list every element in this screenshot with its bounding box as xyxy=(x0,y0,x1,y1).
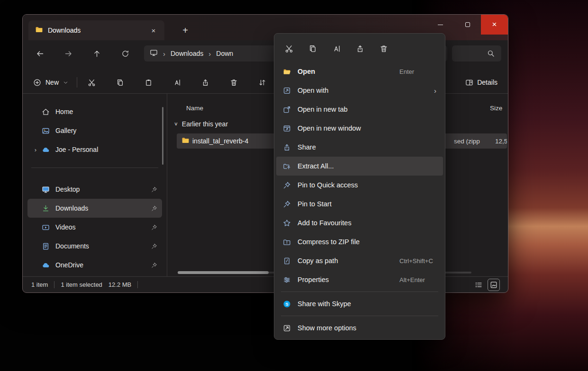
cut-icon xyxy=(88,79,96,87)
sort-button[interactable] xyxy=(253,74,271,91)
delete-button[interactable] xyxy=(224,74,243,91)
thumbnail-view-button[interactable] xyxy=(488,279,499,291)
menu-item-label: Open with xyxy=(298,87,328,94)
forward-button[interactable] xyxy=(59,45,78,62)
menu-item-compress-to-zip[interactable]: Compress to ZIP file xyxy=(276,232,443,251)
menu-item-label: Open xyxy=(298,68,315,75)
menu-item-add-to-favourites[interactable]: Add to Favourites xyxy=(276,213,443,232)
plus-circle-icon xyxy=(33,79,41,87)
menu-item-show-more-options[interactable]: Show more options xyxy=(276,318,443,337)
breadcrumb-segment-downloads[interactable]: Downloads xyxy=(171,50,203,57)
submenu-chevron-icon: › xyxy=(434,87,436,95)
refresh-icon xyxy=(121,50,129,58)
menu-item-extract-all[interactable]: Extract All... xyxy=(276,157,443,176)
desktop-icon xyxy=(41,186,50,194)
scrollbar-thumb[interactable] xyxy=(178,271,269,274)
sidebar-scrollbar[interactable] xyxy=(162,107,163,165)
menu-item-label: Compress to ZIP file xyxy=(298,238,360,246)
sidebar-item-videos[interactable]: Videos xyxy=(27,218,162,237)
view-details-button[interactable]: Details xyxy=(462,74,500,91)
share-button[interactable] xyxy=(196,74,215,91)
menu-item-label: Open in new window xyxy=(298,124,361,132)
menu-item-share-with-skype[interactable]: S Share with Skype xyxy=(276,294,443,313)
toolbar-divider xyxy=(77,77,77,88)
status-divider xyxy=(54,281,54,288)
cloud-icon xyxy=(41,146,50,154)
menu-separator xyxy=(281,292,438,292)
menu-item-shortcut: Enter xyxy=(399,68,414,75)
sort-icon xyxy=(258,79,266,87)
sidebar-item-gallery[interactable]: Gallery xyxy=(27,121,162,140)
rename-button[interactable] xyxy=(325,39,348,58)
extract-icon xyxy=(282,162,291,170)
column-header-size[interactable]: Size xyxy=(490,105,502,112)
menu-item-properties[interactable]: Properties Alt+Enter xyxy=(276,270,443,289)
sidebar-item-onedrive-personal[interactable]: › Joe - Personal xyxy=(27,140,162,159)
status-divider xyxy=(137,281,138,288)
paste-icon xyxy=(145,79,153,87)
trash-icon xyxy=(230,79,238,87)
menu-item-label: Copy as path xyxy=(298,257,338,265)
share-button[interactable] xyxy=(348,39,372,58)
copy-button[interactable] xyxy=(110,74,129,91)
view-details-label: Details xyxy=(477,79,498,86)
group-label: Earlier this year xyxy=(182,120,228,128)
tab-downloads[interactable]: Downloads × xyxy=(28,20,164,40)
menu-separator xyxy=(281,316,438,316)
rename-button[interactable] xyxy=(167,74,186,91)
details-view-icon xyxy=(475,281,482,289)
thumbnail-view-icon xyxy=(490,281,498,289)
copy-button[interactable] xyxy=(301,39,325,58)
cut-icon xyxy=(285,44,293,53)
menu-item-label: Share xyxy=(298,143,316,151)
sidebar-item-downloads[interactable]: Downloads xyxy=(27,199,162,218)
sidebar-item-onedrive[interactable]: OneDrive xyxy=(27,256,162,274)
maximize-button[interactable] xyxy=(454,15,481,35)
sidebar-item-label: Desktop xyxy=(55,186,80,193)
documents-icon xyxy=(41,242,50,250)
new-button[interactable]: New xyxy=(30,74,71,91)
menu-item-copy-as-path[interactable]: Copy as path Ctrl+Shift+C xyxy=(276,251,443,270)
cut-button[interactable] xyxy=(82,74,101,91)
minimize-button[interactable] xyxy=(427,15,454,35)
menu-item-label: Pin to Quick access xyxy=(298,181,358,189)
details-pane-icon xyxy=(465,79,473,87)
pin-icon xyxy=(151,262,157,268)
sidebar-item-home[interactable]: Home xyxy=(27,102,162,121)
close-button[interactable]: × xyxy=(481,15,508,35)
delete-button[interactable] xyxy=(372,39,396,58)
paste-button[interactable] xyxy=(139,74,158,91)
menu-item-share[interactable]: Share xyxy=(276,138,443,157)
folder-open-icon xyxy=(282,68,291,76)
refresh-button[interactable] xyxy=(116,45,135,62)
menu-item-pin-to-start[interactable]: Pin to Start xyxy=(276,194,443,213)
collapse-chevron-icon[interactable]: ∨ xyxy=(174,121,178,127)
menu-item-label: Properties xyxy=(298,276,329,283)
file-size-partial: 12,5 xyxy=(495,138,507,145)
folder-icon xyxy=(35,26,43,35)
new-button-label: New xyxy=(45,79,59,86)
sidebar-item-documents[interactable]: Documents xyxy=(27,237,162,256)
sidebar-item-label: Videos xyxy=(55,223,76,231)
menu-item-pin-to-quick-access[interactable]: Pin to Quick access xyxy=(276,176,443,194)
sidebar-item-desktop[interactable]: Desktop xyxy=(27,180,162,199)
pin-icon xyxy=(151,243,157,249)
search-box[interactable] xyxy=(452,45,501,62)
up-button[interactable] xyxy=(87,45,106,62)
tab-close-icon[interactable]: × xyxy=(147,24,160,36)
cut-button[interactable] xyxy=(277,39,301,58)
breadcrumb-separator-icon: › xyxy=(207,50,212,58)
sidebar-item-label: Joe - Personal xyxy=(55,146,98,153)
new-tab-button[interactable]: + xyxy=(178,23,192,37)
expand-chevron-icon[interactable]: › xyxy=(30,146,41,153)
menu-item-open[interactable]: Open Enter xyxy=(276,62,443,81)
sidebar-separator xyxy=(31,168,158,168)
chevron-down-icon xyxy=(63,80,68,85)
menu-item-open-with[interactable]: Open with › xyxy=(276,81,443,100)
breadcrumb-segment-truncated[interactable]: Down xyxy=(216,50,233,57)
menu-item-open-in-new-tab[interactable]: Open in new tab xyxy=(276,100,443,119)
menu-item-open-in-new-window[interactable]: Open in new window xyxy=(276,119,443,138)
rename-icon xyxy=(332,44,341,53)
back-button[interactable] xyxy=(30,45,49,62)
details-view-button[interactable] xyxy=(473,279,484,291)
